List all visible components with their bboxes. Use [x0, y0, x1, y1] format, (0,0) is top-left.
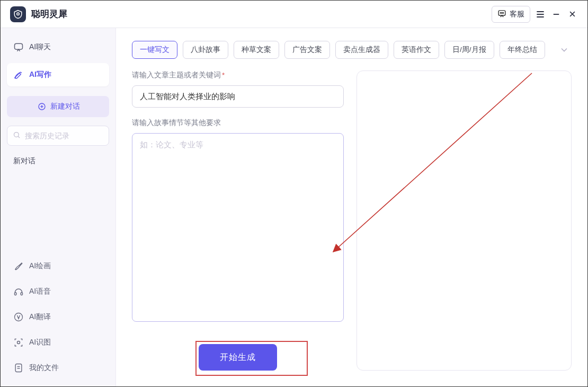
sidebar-item-ai-writing[interactable]: AI写作 [7, 63, 109, 86]
svg-rect-17 [15, 293, 16, 295]
svg-rect-21 [15, 364, 22, 372]
chip-gossip-story[interactable]: 八卦故事 [183, 41, 228, 59]
sidebar-item-label: AI绘画 [29, 261, 51, 271]
chat-bubble-icon [497, 9, 506, 20]
chat-icon [13, 42, 24, 52]
customer-service-button[interactable]: 客服 [492, 6, 530, 23]
svg-rect-11 [15, 43, 23, 49]
chip-one-click-write[interactable]: 一键写文 [132, 41, 177, 59]
sidebar-item-label: 我的文件 [29, 363, 59, 373]
chip-seed-copy[interactable]: 种草文案 [234, 41, 279, 59]
search-input[interactable] [25, 131, 118, 140]
svg-line-16 [18, 136, 20, 138]
required-mark: * [222, 71, 225, 79]
app-title: 聪明灵犀 [31, 8, 67, 20]
sidebar-item-ai-chat[interactable]: AI聊天 [7, 36, 109, 59]
svg-point-15 [14, 132, 19, 137]
sidebar-item-label: AI聊天 [29, 42, 51, 52]
image-scan-icon [13, 337, 24, 348]
svg-rect-18 [21, 293, 22, 295]
file-icon [13, 363, 24, 373]
minimize-icon[interactable] [550, 8, 562, 20]
sidebar-item-label: AI翻译 [29, 312, 51, 322]
category-chip-row: 一键写文 八卦故事 种草文案 广告文案 卖点生成器 英语作文 日/周/月报 年终… [116, 28, 587, 64]
plus-circle-icon [37, 101, 47, 112]
chip-english-essay[interactable]: 英语作文 [394, 41, 439, 59]
sidebar-item-label: AI识图 [29, 338, 51, 347]
chip-selling-point-gen[interactable]: 卖点生成器 [335, 41, 388, 59]
svg-point-19 [15, 313, 23, 321]
chip-ad-copy[interactable]: 广告文案 [284, 41, 330, 59]
sidebar-item-ai-draw[interactable]: AI绘画 [7, 255, 109, 277]
brush-icon [13, 261, 24, 271]
kefu-label: 客服 [510, 10, 524, 19]
search-wrap [7, 126, 109, 146]
input-panel: 请输入文章主题或者关键词* 请输入故事情节等其他要求 开始生成 [132, 71, 344, 371]
sidebar-item-ai-voice[interactable]: AI语音 [7, 280, 109, 303]
close-icon[interactable] [566, 8, 578, 20]
sidebar-item-label: AI语音 [29, 287, 51, 296]
chip-annual-summary[interactable]: 年终总结 [500, 41, 545, 59]
extra-textarea[interactable] [132, 133, 344, 322]
search-icon [13, 131, 21, 141]
main-area: 一键写文 八卦故事 种草文案 广告文案 卖点生成器 英语作文 日/周/月报 年终… [116, 28, 587, 386]
new-chat-label: 新建对话 [50, 102, 80, 111]
pen-icon [13, 69, 24, 80]
app-logo [10, 6, 26, 22]
menu-icon[interactable] [534, 8, 546, 20]
svg-point-0 [17, 13, 20, 15]
new-chat-button[interactable]: 新建对话 [7, 96, 109, 117]
conversation-item[interactable]: 新对话 [1, 151, 115, 171]
sidebar: AI聊天 AI写作 新建对话 新对话 [1, 28, 116, 386]
sidebar-item-my-files[interactable]: 我的文件 [7, 357, 109, 379]
headphones-icon [13, 286, 24, 297]
svg-point-2 [500, 12, 501, 13]
sidebar-item-ai-translate[interactable]: AI翻译 [7, 306, 109, 328]
topic-input[interactable] [132, 85, 344, 108]
extra-label: 请输入故事情节等其他要求 [132, 118, 344, 128]
svg-point-3 [502, 12, 502, 13]
svg-point-20 [17, 341, 20, 344]
titlebar: 聪明灵犀 客服 [1, 1, 587, 28]
chip-report[interactable]: 日/周/月报 [444, 41, 494, 59]
sidebar-item-label: AI写作 [29, 70, 51, 80]
topic-label: 请输入文章主题或者关键词* [132, 71, 344, 80]
sidebar-item-ai-image-recognition[interactable]: AI识图 [7, 331, 109, 354]
svg-point-4 [503, 12, 503, 13]
annotation-highlight-box [195, 341, 308, 376]
expand-chips-button[interactable] [557, 42, 572, 57]
output-panel [357, 71, 572, 371]
translate-icon [13, 312, 24, 322]
